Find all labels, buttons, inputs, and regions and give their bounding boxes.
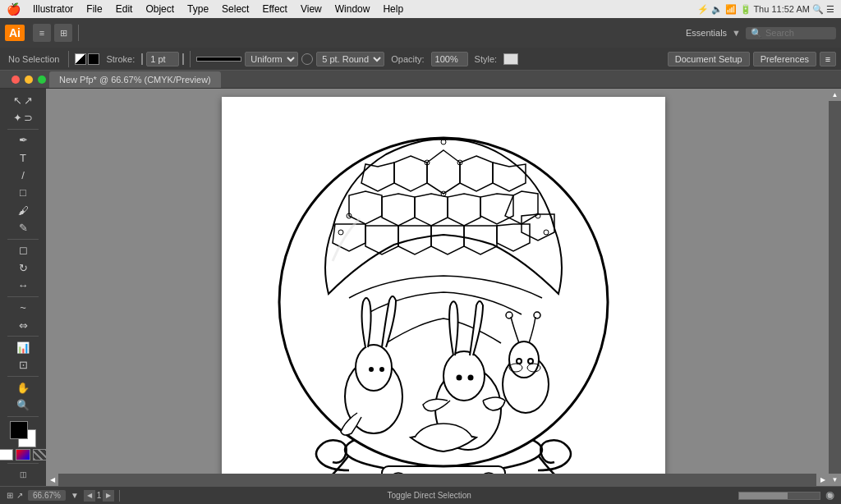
graph-icon: 📊 [16,341,30,354]
scale-icon: ↔ [18,279,29,291]
pen-icon: ✒ [19,134,28,146]
status-bar: ⊞ ↗ 66.67% ▼ ◀ 1 ▶ Toggle Direct Selecti… [0,486,841,504]
style-swatch[interactable] [503,53,518,65]
draw-mode-button[interactable]: ◫ [5,466,41,483]
menu-select[interactable]: Select [216,2,255,16]
workspace-button[interactable]: ⊞ [54,24,72,42]
foreground-swatch[interactable] [10,421,28,439]
status-text: Toggle Direct Selection [125,491,733,500]
pattern-swatch[interactable] [33,449,46,460]
direct-selection-icon: ↗ [24,94,33,107]
shape-icon: □ [20,186,26,199]
gradient-swatch[interactable] [16,449,30,460]
canvas-area[interactable]: ▲ ▼ ◀ ▶ [46,89,841,486]
preferences-button[interactable]: Preferences [753,52,816,66]
status-icon-2: ↗ [16,491,23,500]
shape-tool[interactable]: □ [5,185,41,201]
artboard-tool[interactable]: ⊡ [5,357,41,373]
scroll-up-button[interactable]: ▲ [829,89,841,101]
fill-stroke-swatches[interactable] [10,421,36,447]
paintbrush-tool[interactable]: 🖌 [5,202,41,218]
menu-view[interactable]: View [295,2,328,16]
menu-file[interactable]: File [80,2,108,16]
page-navigation: ◀ 1 ▶ [84,490,115,502]
hand-tool[interactable]: ✋ [5,379,41,396]
main-area: ↖ ↗ ✦ ⊃ ✒ T / □ 🖌 ✎ ◻ ↻ [0,89,841,486]
svg-point-16 [379,367,384,372]
window-minimize-button[interactable] [25,76,33,84]
magic-wand-tool[interactable]: ✦ ⊃ [5,109,41,126]
arrange-button[interactable]: ≡ [33,24,51,42]
svg-point-27 [517,360,521,363]
system-status-icons: ⚡ 🔈 📶 🔋 Thu 11:52 AM 🔍 ☰ [697,4,834,15]
svg-point-20 [468,375,474,381]
menu-object[interactable]: Object [140,2,180,16]
menu-illustrator[interactable]: Illustrator [27,2,79,16]
tool-separator [7,463,39,464]
workspace-options-button[interactable]: ≡ [820,52,836,66]
zoom-tool[interactable]: 🔍 [5,396,41,413]
horizontal-scrollbar[interactable]: ◀ ▶ [46,474,829,486]
scroll-right-button[interactable]: ▶ [816,474,829,486]
menu-help[interactable]: Help [377,2,409,16]
document-setup-button[interactable]: Document Setup [668,52,750,66]
canvas-wrapper [54,97,833,486]
artwork-svg [222,97,665,486]
stroke-weight-arrow-down[interactable] [182,53,184,65]
tool-separator [7,129,39,130]
status-right-icon: 🔘 [825,492,834,500]
zoom-dropdown-icon[interactable]: ▼ [71,491,79,500]
search-input[interactable] [765,28,831,38]
width-tool[interactable]: ⇔ [5,317,41,333]
stroke-weight-arrow-up[interactable] [141,53,143,65]
brush-size-dropdown[interactable]: 5 pt. Round [316,52,384,66]
eraser-icon: ◻ [19,244,28,256]
stroke-weight-input[interactable]: 1 pt [146,52,179,66]
stroke-profile-dropdown[interactable]: Uniform [245,52,298,66]
horizontal-scroll-track[interactable] [58,474,816,486]
artboard [222,97,665,486]
column-graph-tool[interactable]: 📊 [5,339,41,355]
zoom-level[interactable]: 66.67% [28,490,66,501]
separator [78,25,79,41]
opacity-label: Opacity: [388,54,427,64]
scroll-down-button[interactable]: ▼ [829,474,841,486]
main-toolbar: Ai ≡ ⊞ Essentials ▼ 🔍 [0,18,841,48]
menu-effect[interactable]: Effect [256,2,292,16]
pen-tool[interactable]: ✒ [5,132,41,149]
menu-edit[interactable]: Edit [110,2,139,16]
magic-wand-icon: ✦ [13,112,22,124]
apple-menu[interactable]: 🍎 [7,2,21,16]
none-swatch[interactable] [0,449,13,460]
stroke-label: Stroke: [103,54,138,64]
svg-point-28 [529,360,532,363]
window-close-button[interactable] [11,76,20,84]
left-toolbar: ↖ ↗ ✦ ⊃ ✒ T / □ 🖌 ✎ ◻ ↻ [0,89,46,486]
rotate-tool[interactable]: ↻ [5,259,41,276]
stroke-color[interactable] [88,53,99,65]
eraser-tool[interactable]: ◻ [5,242,41,259]
menu-window[interactable]: Window [329,2,376,16]
selection-tool[interactable]: ↖ ↗ [5,92,41,108]
document-tab[interactable]: New Pfp* @ 66.67% (CMYK/Preview) [49,71,221,88]
stroke-preview [196,57,241,62]
type-tool[interactable]: T [5,149,41,166]
fill-stroke-indicator[interactable] [75,53,86,65]
paintbrush-icon: 🖌 [18,204,29,217]
essentials-dropdown-icon[interactable]: ▼ [732,28,741,38]
scroll-track[interactable] [829,101,841,474]
zoom-icon: 🔍 [16,399,30,411]
line-tool[interactable]: / [5,167,41,183]
prev-page-button[interactable]: ◀ [84,490,95,502]
opacity-input[interactable]: 100% [431,52,468,66]
right-scrollbar[interactable]: ▲ ▼ [829,89,841,486]
scale-tool[interactable]: ↔ [5,277,41,293]
window-maximize-button[interactable] [38,76,46,84]
warp-icon: ~ [20,301,26,314]
pencil-tool[interactable]: ✎ [5,219,41,236]
menu-type[interactable]: Type [182,2,214,16]
scroll-left-button[interactable]: ◀ [46,474,58,486]
warp-tool[interactable]: ~ [5,300,41,316]
tab-bar: New Pfp* @ 66.67% (CMYK/Preview) [0,71,841,89]
next-page-button[interactable]: ▶ [103,490,114,502]
